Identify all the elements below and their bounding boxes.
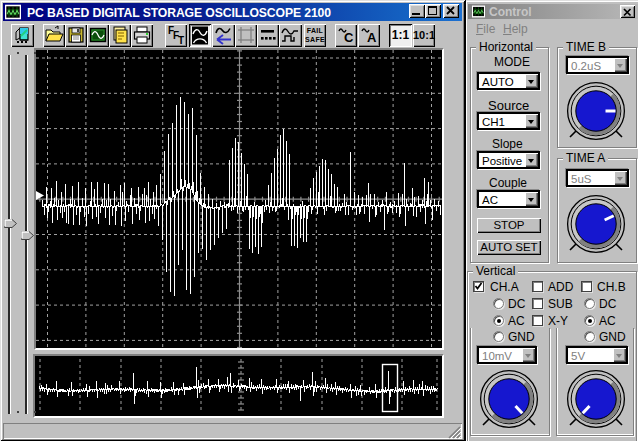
svg-text:T: T xyxy=(178,35,184,46)
svg-text:C: C xyxy=(344,30,354,45)
svg-text:A: A xyxy=(367,30,377,45)
